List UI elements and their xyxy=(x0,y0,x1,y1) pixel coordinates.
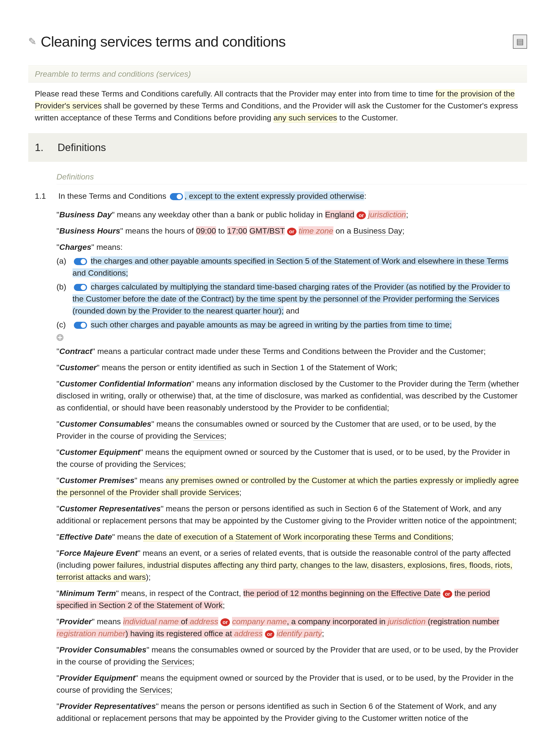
clause-1-1: 1.1 In these Terms and Conditions , exce… xyxy=(28,189,527,204)
or-badge[interactable]: or xyxy=(357,211,366,219)
placeholder[interactable]: company name xyxy=(232,617,287,626)
term: Customer Confidential Information xyxy=(59,379,191,388)
pink: 09:00 xyxy=(196,226,216,235)
term: Business Hours xyxy=(59,226,120,235)
link[interactable]: Term xyxy=(468,379,486,389)
placeholder[interactable]: jurisdiction xyxy=(368,210,406,219)
def-cci: "Customer Confidential Information" mean… xyxy=(56,378,527,414)
placeholder[interactable]: address xyxy=(234,629,263,638)
text: ; xyxy=(239,488,242,497)
def-customer: "Customer" means the person or entity id… xyxy=(56,361,527,374)
text: ; xyxy=(223,601,225,610)
placeholder[interactable]: registration number xyxy=(56,629,125,638)
pink: England xyxy=(325,210,355,219)
text: (registration number xyxy=(426,617,500,626)
highlight-blue: , except to the extent expressly provide… xyxy=(184,191,364,200)
edit-icon[interactable]: ✎ xyxy=(28,34,36,49)
def-customer-representatives: "Customer Representatives" means the per… xyxy=(56,502,527,527)
toggle[interactable] xyxy=(74,322,87,329)
section-1-header: 1. Definitions xyxy=(28,133,527,162)
toggle[interactable] xyxy=(74,258,87,265)
add-item-icon[interactable] xyxy=(56,334,63,341)
link[interactable]: Statement of Work xyxy=(236,532,302,542)
text: " means xyxy=(112,532,143,541)
link[interactable]: Services xyxy=(153,460,183,469)
term: Customer Representatives xyxy=(59,504,161,513)
preamble-body: Please read these Terms and Conditions c… xyxy=(28,87,527,131)
toggle[interactable] xyxy=(170,193,183,200)
or-badge[interactable]: or xyxy=(287,228,296,236)
term: Customer Consumables xyxy=(59,419,151,428)
placeholder[interactable]: individual name xyxy=(123,617,178,626)
text: " means any information disclosed by the… xyxy=(191,379,468,388)
highlight: power failures, industrial disputes affe… xyxy=(56,561,513,582)
page-header: ✎ Cleaning services terms and conditions… xyxy=(28,31,527,52)
highlight: the date of execution of a xyxy=(143,532,235,541)
text: on a xyxy=(333,226,354,235)
text: ; xyxy=(406,210,408,219)
def-customer-equipment: "Customer Equipment" means the equipment… xyxy=(56,446,527,470)
term: Charges xyxy=(59,243,91,252)
highlight: any such services xyxy=(273,113,337,123)
or-badge[interactable]: or xyxy=(265,630,274,638)
text: ) having its registered office at xyxy=(125,629,234,638)
pink: GMT/BST xyxy=(249,226,285,235)
placeholder[interactable]: time zone xyxy=(299,226,333,235)
text: to xyxy=(216,226,227,235)
term: Effective Date xyxy=(59,532,112,541)
term: Customer Premises xyxy=(59,476,134,485)
page-title: Cleaning services terms and conditions xyxy=(41,31,286,52)
def-effective-date: "Effective Date" means the date of execu… xyxy=(56,531,527,543)
placeholder[interactable]: identify party xyxy=(276,629,322,638)
text: " means any weekday other than a bank or… xyxy=(112,210,325,219)
term: Customer xyxy=(59,363,97,372)
placeholder[interactable]: jurisdiction xyxy=(388,617,426,626)
text: ; xyxy=(322,629,324,638)
text: ); xyxy=(146,573,151,581)
list-letter: (c) xyxy=(56,319,69,331)
def-business-day: "Business Day" means any weekday other t… xyxy=(56,208,527,220)
text: " means a particular contract made under… xyxy=(92,347,486,355)
link[interactable]: Services xyxy=(193,431,224,441)
or-badge[interactable]: or xyxy=(443,590,452,598)
def-force-majeure: "Force Majeure Event" means an event, or… xyxy=(56,547,527,583)
def-contract: "Contract" means a particular contract m… xyxy=(56,345,527,357)
def-provider: "Provider" means individual name of addr… xyxy=(56,615,527,639)
placeholder[interactable]: address xyxy=(190,617,218,626)
preamble-title: Preamble to terms and conditions (servic… xyxy=(28,65,527,83)
link[interactable]: Business Day xyxy=(354,226,402,236)
text: and xyxy=(284,306,299,315)
text: incorporating these Terms and Conditions xyxy=(302,532,451,541)
link[interactable]: Effective Date xyxy=(391,589,440,598)
term: Provider Representatives xyxy=(59,702,156,711)
text: " means xyxy=(134,476,166,485)
term: Customer Equipment xyxy=(59,448,140,456)
term: Business Day xyxy=(59,210,112,219)
highlight-blue: such other charges and payable amounts a… xyxy=(91,320,452,329)
text: of xyxy=(178,617,190,626)
term: Provider Equipment xyxy=(59,674,135,682)
def-charges: "Charges" means: (a) the charges and oth… xyxy=(56,241,527,341)
text: ; xyxy=(170,685,172,694)
definitions-label: Definitions xyxy=(56,169,527,184)
or-badge[interactable]: or xyxy=(221,618,230,626)
term: Provider Consumables xyxy=(59,645,146,654)
text: " means, in respect of the Contract, xyxy=(116,589,243,598)
text: ; xyxy=(192,657,194,666)
text: " means the person or entity identified … xyxy=(97,363,397,372)
term: Minimum Term xyxy=(59,589,116,598)
text: " means xyxy=(92,617,123,626)
link[interactable]: Services xyxy=(140,685,170,695)
link[interactable]: Services xyxy=(208,488,239,497)
toc-icon[interactable]: ▤ xyxy=(513,34,527,49)
link[interactable]: Services xyxy=(161,657,192,667)
term: Force Majeure Event xyxy=(59,549,138,558)
toggle[interactable] xyxy=(74,284,87,291)
def-business-hours: "Business Hours" means the hours of 09:0… xyxy=(56,225,527,237)
text: ; xyxy=(451,532,453,541)
text: " means the hours of xyxy=(120,226,196,235)
def-customer-premises: "Customer Premises" means any premises o… xyxy=(56,474,527,498)
text: " means: xyxy=(91,243,123,252)
text: ; xyxy=(402,226,405,235)
text: In these Terms and Conditions xyxy=(58,191,166,200)
